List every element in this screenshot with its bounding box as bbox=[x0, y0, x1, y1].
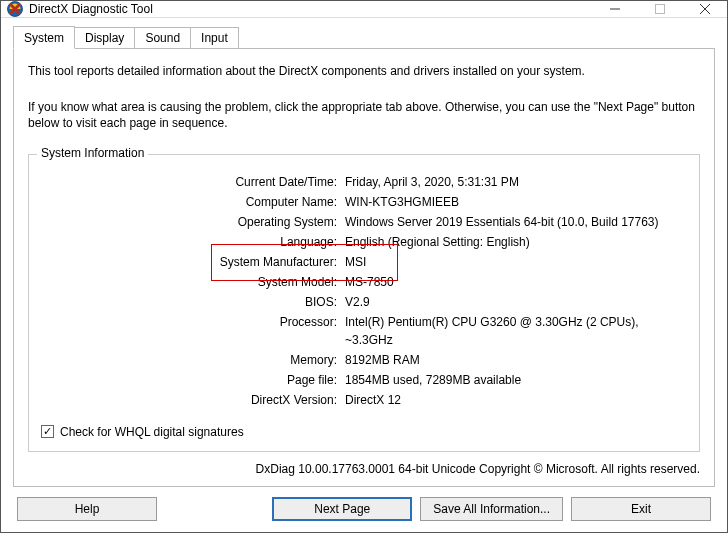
value-computer-name: WIN-KTG3HGMIEEB bbox=[341, 193, 687, 211]
row-pagefile: Page file: 1854MB used, 7289MB available bbox=[41, 371, 687, 389]
value-processor: Intel(R) Pentium(R) CPU G3260 @ 3.30GHz … bbox=[341, 313, 687, 349]
button-bar: Help Next Page Save All Information... E… bbox=[13, 487, 715, 523]
label-memory: Memory: bbox=[41, 351, 341, 369]
row-computer-name: Computer Name: WIN-KTG3HGMIEEB bbox=[41, 193, 687, 211]
maximize-button bbox=[637, 1, 682, 17]
value-os: Windows Server 2019 Essentials 64-bit (1… bbox=[341, 213, 687, 231]
whql-checkbox-label: Check for WHQL digital signatures bbox=[60, 425, 244, 439]
value-manufacturer: MSI bbox=[341, 253, 687, 271]
intro-text-1: This tool reports detailed information a… bbox=[28, 63, 700, 79]
row-memory: Memory: 8192MB RAM bbox=[41, 351, 687, 369]
buttonbar-spacer bbox=[165, 497, 264, 521]
label-manufacturer: System Manufacturer: bbox=[41, 253, 341, 271]
next-page-button[interactable]: Next Page bbox=[272, 497, 412, 521]
label-model: System Model: bbox=[41, 273, 341, 291]
row-processor: Processor: Intel(R) Pentium(R) CPU G3260… bbox=[41, 313, 687, 349]
value-date: Friday, April 3, 2020, 5:31:31 PM bbox=[341, 173, 687, 191]
save-all-button[interactable]: Save All Information... bbox=[420, 497, 563, 521]
tab-system[interactable]: System bbox=[13, 26, 75, 49]
label-processor: Processor: bbox=[41, 313, 341, 349]
whql-checkbox[interactable]: ✓ bbox=[41, 425, 54, 438]
label-language: Language: bbox=[41, 233, 341, 251]
row-directx-version: DirectX Version: DirectX 12 bbox=[41, 391, 687, 409]
tabstrip: System Display Sound Input bbox=[13, 26, 715, 48]
row-date: Current Date/Time: Friday, April 3, 2020… bbox=[41, 173, 687, 191]
help-button[interactable]: Help bbox=[17, 497, 157, 521]
minimize-button[interactable] bbox=[592, 1, 637, 17]
titlebar: DirectX Diagnostic Tool bbox=[1, 1, 727, 18]
exit-button[interactable]: Exit bbox=[571, 497, 711, 521]
value-directx-version: DirectX 12 bbox=[341, 391, 687, 409]
app-icon bbox=[7, 1, 23, 17]
value-memory: 8192MB RAM bbox=[341, 351, 687, 369]
value-pagefile: 1854MB used, 7289MB available bbox=[341, 371, 687, 389]
system-information-group: System Information Current Date/Time: Fr… bbox=[28, 154, 700, 452]
intro-text-2: If you know what area is causing the pro… bbox=[28, 99, 700, 131]
label-directx-version: DirectX Version: bbox=[41, 391, 341, 409]
window-controls bbox=[592, 1, 727, 17]
content-area: System Display Sound Input This tool rep… bbox=[1, 18, 727, 533]
label-bios: BIOS: bbox=[41, 293, 341, 311]
label-date: Current Date/Time: bbox=[41, 173, 341, 191]
value-model: MS-7850 bbox=[341, 273, 687, 291]
info-rows: Current Date/Time: Friday, April 3, 2020… bbox=[41, 173, 687, 409]
group-legend: System Information bbox=[37, 146, 148, 160]
label-pagefile: Page file: bbox=[41, 371, 341, 389]
svg-rect-2 bbox=[655, 5, 664, 14]
row-bios: BIOS: V2.9 bbox=[41, 293, 687, 311]
window-frame: DirectX Diagnostic Tool System Display S… bbox=[0, 0, 728, 533]
row-os: Operating System: Windows Server 2019 Es… bbox=[41, 213, 687, 231]
value-language: English (Regional Setting: English) bbox=[341, 233, 687, 251]
close-button[interactable] bbox=[682, 1, 727, 17]
label-os: Operating System: bbox=[41, 213, 341, 231]
tab-input[interactable]: Input bbox=[190, 27, 239, 48]
tab-panel-system: This tool reports detailed information a… bbox=[13, 48, 715, 487]
footer-text: DxDiag 10.00.17763.0001 64-bit Unicode C… bbox=[28, 462, 700, 476]
tab-display[interactable]: Display bbox=[74, 27, 135, 48]
window-title: DirectX Diagnostic Tool bbox=[29, 2, 592, 16]
value-bios: V2.9 bbox=[341, 293, 687, 311]
whql-checkbox-row: ✓ Check for WHQL digital signatures bbox=[41, 425, 687, 439]
tab-sound[interactable]: Sound bbox=[134, 27, 191, 48]
label-computer-name: Computer Name: bbox=[41, 193, 341, 211]
row-model: System Model: MS-7850 bbox=[41, 273, 687, 291]
row-language: Language: English (Regional Setting: Eng… bbox=[41, 233, 687, 251]
row-manufacturer: System Manufacturer: MSI bbox=[41, 253, 687, 271]
